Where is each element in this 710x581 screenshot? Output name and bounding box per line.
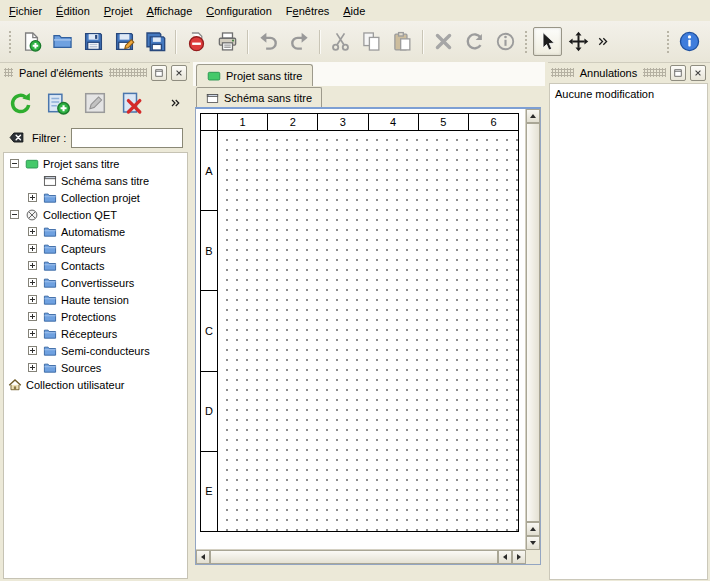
scroll-up-button-2[interactable] [526,522,540,536]
tree-item-haute-tension[interactable]: Haute tension [4,291,187,308]
expander-plus-icon [26,363,39,372]
scroll-right-button[interactable] [512,550,526,564]
undo-panel-title: Annulations [578,67,640,79]
clear-filter-button[interactable] [6,129,27,146]
menu-fichier[interactable]: Fichier [2,2,49,20]
undo-button[interactable] [254,27,283,56]
print-button[interactable] [213,27,242,56]
tree-item-label: Haute tension [61,294,129,306]
info-circle-button[interactable] [491,27,520,56]
tree-item-sources[interactable]: Sources [4,359,187,376]
menu-affichage[interactable]: Affichage [140,2,200,20]
undo-list-item[interactable]: Aucune modification [553,86,704,102]
folder-icon [43,361,57,375]
scroll-left-button-2[interactable] [498,550,512,564]
vertical-scrollbar[interactable] [525,109,540,550]
undo-panel-titlebar[interactable]: Annulations [548,64,709,81]
tab-project[interactable]: Projet sans titre [196,64,313,87]
menu-fenetres[interactable]: Fenêtres [279,2,336,20]
tree-item-schema-sans-titre[interactable]: Schéma sans titre [4,172,187,189]
column-header-1: 1 [218,114,268,130]
float-window-icon [673,68,683,78]
rotate-button[interactable] [460,27,489,56]
open-folder-button[interactable] [48,27,77,56]
element-edit-icon [83,91,107,115]
move-cross-button[interactable] [564,27,593,56]
close-file-button[interactable] [182,27,211,56]
tree-item-projet-sans-titre[interactable]: Projet sans titre [4,155,187,172]
toolbar-overflow-button[interactable] [594,35,611,48]
diagram-view[interactable]: 123456 ABCDE [196,109,526,550]
rotate-icon [464,31,485,52]
paste-button[interactable] [388,27,417,56]
tree-item-automatisme[interactable]: Automatisme [4,223,187,240]
redo-button[interactable] [285,27,314,56]
print-icon [217,31,238,52]
reload-button[interactable] [6,88,36,118]
tree-item-convertisseurs[interactable]: Convertisseurs [4,274,187,291]
folder-icon [43,293,57,307]
save-file-button[interactable] [79,27,108,56]
row-header-e: E [201,452,217,531]
toolbar-handle[interactable] [524,30,529,54]
panel-overflow-button[interactable] [169,97,185,109]
filter-input[interactable] [71,128,183,148]
element-delete-icon [120,91,144,115]
menu-configuration[interactable]: Configuration [199,2,279,20]
float-panel-button[interactable] [670,65,686,81]
expander-plus-icon [26,346,39,355]
float-panel-button[interactable] [151,65,167,81]
tree-item-semi-conducteurs[interactable]: Semi-conducteurs [4,342,187,359]
paste-icon [392,31,413,52]
cut-button[interactable] [326,27,355,56]
tree-item-contacts[interactable]: Contacts [4,257,187,274]
delete-button[interactable] [429,27,458,56]
cursor-arrow-icon [537,31,558,52]
menu-projet[interactable]: Projet [97,2,140,20]
tree-item-collection-projet[interactable]: Collection projet [4,189,187,206]
tree-item-label: Collection utilisateur [26,379,124,391]
save-all-button[interactable] [141,27,170,56]
about-info-button[interactable] [675,27,704,56]
horizontal-scrollbar[interactable] [196,549,526,564]
hscroll-thumb[interactable] [210,550,498,564]
row-headers: ABCDE [201,131,218,531]
copy-button[interactable] [357,27,386,56]
new-document-button[interactable] [17,27,46,56]
project-area: Projet sans titre Schéma sans titre 1234… [193,62,545,581]
menu-aide[interactable]: Aide [336,2,372,20]
float-window-icon [154,68,164,78]
element-edit-button[interactable] [80,88,110,118]
scroll-left-button[interactable] [196,550,210,564]
tree-item-collection-qet[interactable]: Collection QET [4,206,187,223]
tree-item-capteurs[interactable]: Capteurs [4,240,187,257]
element-new-button[interactable] [43,88,73,118]
folder-icon [43,327,57,341]
toolbar-handle[interactable] [8,30,13,54]
schema-canvas[interactable] [218,131,518,531]
delete-icon [433,31,454,52]
element-delete-button[interactable] [117,88,147,118]
tab-label: Projet sans titre [226,70,302,82]
schema-frame: 123456 ABCDE [200,113,519,532]
vscroll-track[interactable] [526,123,540,522]
tree-item-collection-utilisateur[interactable]: Collection utilisateur [4,376,187,393]
hscroll-track[interactable] [210,550,498,564]
toolbar-handle[interactable] [666,30,671,54]
vscroll-thumb[interactable] [526,123,540,522]
project-icon [25,157,39,171]
scroll-up-button[interactable] [526,109,540,123]
cursor-arrow-button[interactable] [533,27,562,56]
menu-edition[interactable]: Édition [49,2,97,20]
tree-item-recepteurs[interactable]: Récepteurs [4,325,187,342]
tab-schema[interactable]: Schéma sans titre [196,87,322,108]
save-as-button[interactable] [110,27,139,56]
home-icon [8,378,22,392]
elements-panel-titlebar[interactable]: Panel d'éléments [1,64,190,81]
filter-row: Filtrer : [1,125,190,150]
expander-minus-icon [8,159,21,168]
tree-item-protections[interactable]: Protections [4,308,187,325]
close-panel-button[interactable] [690,65,706,81]
scroll-down-button[interactable] [526,536,540,550]
close-panel-button[interactable] [171,65,187,81]
